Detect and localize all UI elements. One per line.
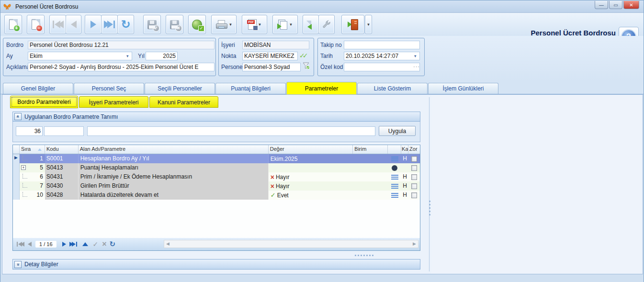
- import-record-button[interactable]: [303, 15, 319, 34]
- tarih-dropdown-icon[interactable]: ▾: [414, 54, 417, 58]
- list-lines-icon[interactable]: [391, 193, 398, 198]
- personel-field[interactable]: [242, 63, 301, 71]
- last-record-button[interactable]: [101, 15, 118, 34]
- close-button[interactable]: ✕: [623, 1, 639, 9]
- cell-row-icon[interactable]: [388, 191, 401, 200]
- cell-ka[interactable]: H: [401, 154, 408, 163]
- cell-birim[interactable]: [353, 181, 388, 191]
- header-zor[interactable]: Zor: [408, 145, 420, 154]
- exit-dropdown-button[interactable]: ▾: [365, 15, 372, 34]
- table-row[interactable]: ▶1S0001Hesaplanan Bordro Ay / YılEkim.20…: [13, 154, 420, 163]
- first-record-button[interactable]: [49, 15, 66, 34]
- pdf-dropdown-icon[interactable]: ▾: [259, 22, 261, 27]
- cell-zor[interactable]: [408, 191, 420, 200]
- expand-detail-button[interactable]: «: [14, 261, 22, 268]
- tarih-field[interactable]: [344, 52, 420, 60]
- copy-dropdown-icon[interactable]: ▾: [290, 22, 292, 27]
- nav-next-button[interactable]: [62, 242, 66, 247]
- cell-deger[interactable]: [269, 163, 353, 172]
- nav-last-button[interactable]: [69, 242, 78, 247]
- list-lines-icon[interactable]: [391, 184, 398, 189]
- collapse-panel-button[interactable]: «: [14, 113, 22, 120]
- tab-genel-bilgiler[interactable]: Genel Bilgiler: [3, 83, 73, 94]
- subtab-bordro-parametreleri[interactable]: Bordro Parametreleri: [10, 96, 78, 108]
- zorunlu-checkbox[interactable]: [411, 156, 417, 162]
- cell-ka[interactable]: H: [401, 181, 408, 191]
- ay-dropdown-icon[interactable]: ▾: [126, 54, 129, 58]
- cell-birim[interactable]: [353, 163, 388, 172]
- cell-ka[interactable]: H: [401, 172, 408, 181]
- web-approve-button[interactable]: ✓: [188, 15, 206, 34]
- header-deger[interactable]: Değer: [269, 145, 353, 154]
- tab-secili-personeller[interactable]: Seçili Personeller: [145, 83, 215, 94]
- nokta-field[interactable]: [242, 52, 298, 60]
- personel-filter-icon[interactable]: [303, 62, 310, 71]
- minimize-button[interactable]: —: [595, 1, 608, 9]
- zorunlu-checkbox[interactable]: [411, 183, 417, 189]
- cell-kodu[interactable]: S0413: [45, 163, 79, 172]
- cell-sira[interactable]: 1: [20, 154, 45, 163]
- takip-no-field[interactable]: [344, 41, 420, 49]
- aciklama-field[interactable]: [28, 63, 215, 71]
- tab-puantaj-bilgileri[interactable]: Puantaj Bilgileri: [215, 83, 286, 94]
- tab-liste-gosterim[interactable]: Liste Gösterim: [357, 83, 428, 94]
- cell-row-icon[interactable]: [388, 163, 401, 172]
- cell-sira[interactable]: +5: [20, 163, 45, 172]
- cell-birim[interactable]: [353, 191, 388, 200]
- subtab-isyeri-parametreleri[interactable]: İşyeri Parametreleri: [79, 96, 148, 108]
- nav-previous-button[interactable]: [28, 242, 32, 247]
- header-sira[interactable]: Sıra: [20, 145, 45, 154]
- cell-alan[interactable]: Girilen Prim Brüttür: [79, 181, 269, 191]
- exit-button[interactable]: [341, 15, 364, 34]
- ozel-kod-field[interactable]: [344, 63, 420, 71]
- cell-zor[interactable]: [408, 163, 420, 172]
- header-ka[interactable]: Ka: [401, 145, 408, 154]
- horizontal-splitter[interactable]: [12, 254, 420, 257]
- cell-deger[interactable]: ×Hayır: [269, 181, 353, 191]
- cell-alan[interactable]: Hatalarda düzelterek devam et: [79, 191, 269, 200]
- zorunlu-checkbox[interactable]: [411, 192, 417, 198]
- tab-personel-sec[interactable]: Personel Seç: [74, 83, 144, 94]
- cell-alan[interactable]: Prim / İkramiye / Ek Ödeme Hesaplanmasın: [79, 172, 269, 181]
- save-cancel-button[interactable]: ×: [166, 15, 183, 34]
- parameter-panel-header[interactable]: « Uygulanan Bordro Parametre Tanımı: [12, 112, 420, 122]
- scroll-right-icon[interactable]: ▶: [413, 241, 416, 246]
- cell-deger[interactable]: ✓Evet: [269, 191, 353, 200]
- header-kodu[interactable]: Kodu: [45, 145, 79, 154]
- cell-sira[interactable]: 10: [20, 191, 45, 200]
- cell-deger[interactable]: ×Hayır: [269, 172, 353, 181]
- ay-combobox[interactable]: [28, 52, 132, 60]
- delete-record-button[interactable]: −: [27, 15, 45, 34]
- cell-zor[interactable]: [408, 181, 420, 191]
- nav-first-button[interactable]: [16, 242, 24, 247]
- table-row[interactable]: +5S0413Puantaj Hesaplamaları: [13, 163, 420, 172]
- zorunlu-checkbox[interactable]: [411, 165, 417, 171]
- isyeri-field[interactable]: [242, 41, 309, 49]
- cell-ka[interactable]: H: [401, 191, 408, 200]
- cell-row-icon[interactable]: [388, 181, 401, 191]
- parameter-code-field[interactable]: [44, 126, 84, 136]
- cell-deger[interactable]: Ekim.2025: [269, 154, 353, 163]
- list-lines-icon[interactable]: [391, 175, 398, 180]
- nav-refresh-button[interactable]: ↻: [110, 240, 116, 248]
- table-row[interactable]: 10S0428Hatalarda düzelterek devam et✓Eve…: [13, 191, 420, 200]
- cell-birim[interactable]: [353, 172, 388, 181]
- table-row[interactable]: 6S0431Prim / İkramiye / Ek Ödeme Hesapla…: [13, 172, 420, 181]
- header-birim[interactable]: Birim: [353, 145, 388, 154]
- refresh-button[interactable]: ↻: [117, 15, 134, 34]
- zorunlu-checkbox[interactable]: [411, 174, 417, 180]
- nav-post-button[interactable]: ✓: [93, 240, 99, 248]
- table-row[interactable]: 7S0430Girilen Prim Brüttür×HayırH: [13, 181, 420, 191]
- subtab-kanuni-parametreler[interactable]: Kanuni Parametreler: [149, 96, 218, 108]
- cell-row-icon[interactable]: [388, 172, 401, 181]
- nav-edit-button[interactable]: [82, 242, 88, 246]
- next-record-button[interactable]: [85, 15, 102, 34]
- cell-row-icon[interactable]: [388, 154, 401, 163]
- print-dropdown-icon[interactable]: ▾: [229, 22, 232, 27]
- cell-kodu[interactable]: S0001: [45, 154, 79, 163]
- cell-ka[interactable]: [401, 163, 408, 172]
- header-icon-column[interactable]: [388, 145, 401, 154]
- save-pdf-button[interactable]: PDF ▾: [242, 15, 267, 34]
- ozel-kod-browse-button[interactable]: ···: [413, 64, 420, 69]
- copy-transfer-button[interactable]: ▾: [272, 15, 298, 34]
